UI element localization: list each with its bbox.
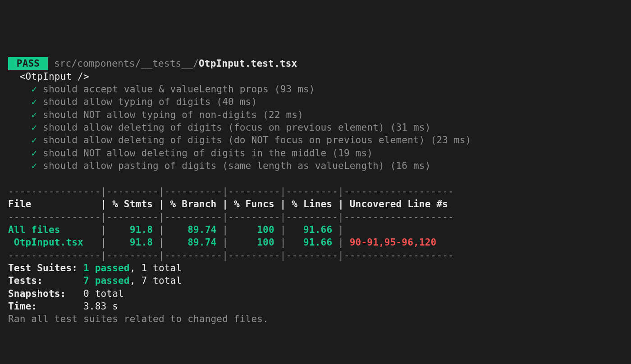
- suite-name: <OtpInput />: [20, 71, 89, 82]
- coverage-funcs: 100: [228, 224, 274, 235]
- check-icon: ✓: [31, 84, 37, 95]
- test-item: should allow deleting of digits (do NOT …: [43, 135, 471, 146]
- coverage-divider-top: ----------------|---------|----------|--…: [8, 186, 454, 197]
- summary-time-value: 3.83 s: [83, 301, 118, 312]
- test-item: should NOT allow deleting of digits in t…: [43, 148, 373, 159]
- coverage-file: All files: [8, 224, 95, 235]
- test-item: should accept value & valueLength props …: [43, 84, 315, 95]
- summary-tests-label: Tests:: [8, 275, 43, 286]
- test-list: ✓ should accept value & valueLength prop…: [8, 84, 471, 171]
- coverage-stmts: 91.8: [106, 237, 153, 248]
- summary-time-label: Time:: [8, 301, 37, 312]
- coverage-lines: 91.66: [286, 237, 333, 248]
- check-icon: ✓: [31, 109, 37, 120]
- terminal-output: PASS src/components/__tests__/OtpInput.t…: [8, 57, 623, 325]
- check-icon: ✓: [31, 122, 37, 133]
- check-icon: ✓: [31, 160, 37, 171]
- summary-suites-passed: 1 passed: [83, 263, 130, 273]
- uncovered-lines: 90-91,95-96,120: [350, 237, 437, 248]
- check-icon: ✓: [31, 96, 37, 107]
- pass-badge: PASS: [8, 57, 48, 70]
- footer-message: Ran all test suites related to changed f…: [8, 314, 269, 324]
- summary-suites-label: Test Suites:: [8, 263, 78, 273]
- test-item: should allow pasting of digits (same len…: [43, 160, 431, 171]
- summary-tests-total: ,: [130, 275, 142, 286]
- summary-snapshots-label: Snapshots:: [8, 288, 66, 299]
- coverage-divider-mid: ----------------|---------|----------|--…: [8, 212, 454, 223]
- coverage-file: OtpInput.tsx: [8, 237, 95, 248]
- test-item: should NOT allow typing of non-digits (2…: [43, 109, 303, 120]
- coverage-branch: 89.74: [165, 224, 217, 235]
- check-icon: ✓: [31, 135, 37, 146]
- summary-snapshots-value: 0 total: [83, 288, 124, 299]
- coverage-branch: 89.74: [165, 237, 217, 248]
- test-path-prefix: src/components/__tests__/: [54, 58, 199, 69]
- summary-tests-passed: 7 passed: [83, 275, 130, 286]
- summary-suites-total: ,: [130, 263, 142, 273]
- coverage-divider-bottom: ----------------|---------|----------|--…: [8, 250, 454, 261]
- coverage-stmts: 91.8: [106, 224, 153, 235]
- test-file-name: OtpInput.test.tsx: [199, 58, 297, 69]
- check-icon: ✓: [31, 148, 37, 159]
- coverage-header: File | % Stmts | % Branch | % Funcs | % …: [8, 199, 454, 209]
- coverage-rows: All files | 91.8 | 89.74 | 100 | 91.66 |…: [8, 224, 436, 248]
- test-item: should allow deleting of digits (focus o…: [43, 122, 431, 133]
- coverage-lines: 91.66: [286, 224, 333, 235]
- test-item: should allow typing of digits (40 ms): [43, 96, 257, 107]
- coverage-funcs: 100: [228, 237, 274, 248]
